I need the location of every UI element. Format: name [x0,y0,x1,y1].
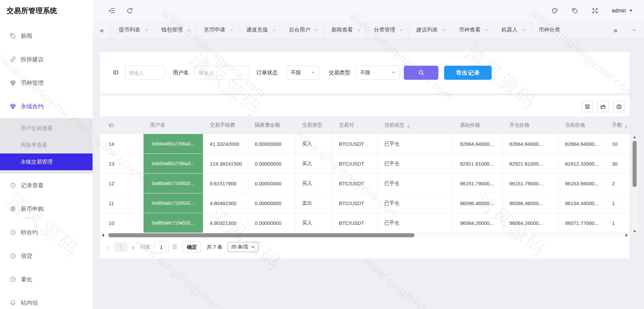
next-page-button[interactable]: › [132,243,135,251]
tab-充币申请[interactable]: 充币申请× [197,21,239,39]
cell-ID: 13 [100,154,143,174]
export-records-button[interactable]: 导出记录 [444,66,492,80]
palette-icon[interactable] [551,7,558,14]
table-panel: ID用户名交易手续费隔夜费金额交易类型交易对当前状态原始价格开仓价格当前价格手数… [100,96,630,258]
column-header-label: 手数 [612,122,622,128]
scroll-up-arrow-icon[interactable] [632,135,637,139]
goto-page-input[interactable] [154,241,169,253]
page-size-select[interactable]: 20 条/页 [228,242,258,252]
vertical-scrollbar-thumb[interactable] [633,141,637,187]
user-menu[interactable]: admin [611,8,633,14]
tab-通道充值[interactable]: 通道充值× [239,21,281,39]
tab-新闻查看[interactable]: 新闻查看× [324,21,367,39]
sidebar-item-站内信[interactable]: 站内信 [0,291,93,309]
sidebar-item-量化[interactable]: 量化 [0,267,93,291]
vertical-scrollbar[interactable] [632,135,637,234]
username-badge[interactable]: 0xb94a65c2786a3... [144,134,203,153]
sidebar-item-新闻[interactable]: 新闻 [0,24,93,48]
username-filter-input[interactable] [194,66,250,80]
chevron-down-icon [629,10,633,12]
sidebar-item-label: 站内信 [21,299,38,307]
sidebar-item-永续合约[interactable]: 永续合约 [0,95,93,118]
prev-page-button[interactable]: ‹ [107,243,110,251]
cell-value: 96134.44000... [565,200,599,206]
tab-close-icon[interactable]: × [522,27,525,33]
sort-icon[interactable] [625,125,628,129]
user-name: admin [611,8,626,14]
cell-value: 96096.46000... [509,200,543,206]
tab-币种分类[interactable]: 币种分类 [531,21,566,39]
scroll-right-arrow-icon[interactable] [624,233,629,238]
username-badge[interactable]: 0xd60a8c7104532... [144,174,203,193]
refresh-icon[interactable] [126,7,133,14]
column-header-手数[interactable]: 手数 [605,116,630,134]
order-status-value: 不限 [291,70,301,76]
tabs-scroll-left-button[interactable]: « [93,21,111,39]
sidebar-item-借贷[interactable]: 借贷 [0,244,93,267]
cell-value: 0.00000000 [255,181,281,186]
sidebar-subitem-永续交易管理[interactable]: 永续交易管理 [0,153,93,170]
sort-icon[interactable] [407,125,410,129]
scroll-down-arrow-icon[interactable] [632,229,637,234]
cell-交易类型: 卖出 [295,193,332,213]
tab-close-icon[interactable]: × [442,27,445,33]
cell-username: 0xd60a8c7104532... [143,213,203,233]
username-badge[interactable]: 0xd60a8c7104532... [144,193,203,213]
search-button[interactable] [404,66,438,80]
collapse-menu-icon[interactable] [108,7,115,14]
sidebar-item-投拆建议[interactable]: 投拆建议 [0,48,93,71]
tabs-dropdown-button[interactable] [625,21,644,39]
tab-钱包管理[interactable]: 钱包管理× [154,21,197,39]
export-table-button[interactable] [597,101,609,112]
sidebar-subitem-风险率查看[interactable]: 风险率查看 [0,137,93,153]
tab-close-icon[interactable]: × [358,27,361,33]
tabs-scroll-right-button[interactable]: » [606,21,625,39]
confirm-page-button[interactable]: 确定 [182,241,201,253]
current-page-badge[interactable]: 1 [114,242,127,252]
horizontal-scrollbar-thumb[interactable] [108,233,415,237]
tab-建议列表[interactable]: 建议列表× [409,21,451,39]
tab-close-icon[interactable]: × [272,27,275,33]
cell-value: 卖出 [302,200,312,206]
table-row: 110xd60a8c7104532...4.804823000.00000000… [100,193,630,213]
cell-value: 96151.79000... [509,181,543,186]
tab-后台用户[interactable]: 后台用户× [281,21,324,39]
horizontal-scrollbar[interactable] [100,233,629,238]
tab-close-icon[interactable]: × [230,27,233,33]
cell-value: 96071.77000... [565,220,599,226]
trade-type-select[interactable]: 不限 [356,66,399,80]
id-filter-input[interactable] [124,66,165,80]
column-header-交易对: 交易对 [332,116,377,134]
username-badge[interactable]: 0xb94a65c2786a3... [144,154,203,173]
trades-table: ID用户名交易手续费隔夜费金额交易类型交易对当前状态原始价格开仓价格当前价格手数… [100,116,630,233]
tag-icon [9,33,16,40]
sidebar-subitem-用户交易查看[interactable]: 用户交易查看 [0,120,93,137]
tab-分类管理[interactable]: 分类管理× [367,21,409,39]
sidebar-item-label: 量化 [21,275,32,283]
tag-icon[interactable] [571,7,579,14]
column-header-当前状态[interactable]: 当前状态 [377,116,453,134]
trade-type-filter-label: 交易类型 [329,69,350,76]
order-status-select[interactable]: 不限 [286,66,319,80]
sidebar-item-记录查看[interactable]: 记录查看 [0,174,93,197]
tab-close-icon[interactable]: × [400,27,403,33]
tab-提币列表[interactable]: 提币列表× [111,21,154,39]
print-button[interactable] [613,101,625,112]
tab-close-icon[interactable]: × [145,27,148,33]
sidebar-item-币种管理[interactable]: 币种管理 [0,71,93,95]
fullscreen-icon[interactable] [591,7,599,14]
username-badge[interactable]: 0xd60a8c7104532... [144,213,203,233]
scroll-left-arrow-icon[interactable] [100,233,106,238]
tab-币种查看[interactable]: 币种查看× [451,21,494,39]
tab-机器人[interactable]: 机器人× [494,21,531,39]
sidebar-item-秒合约[interactable]: 秒合约 [0,221,93,244]
tab-close-icon[interactable]: × [485,27,488,33]
app-root: 交易所管理系统 新闻投拆建议币种管理永续合约用户交易查看风险率查看永续交易管理记… [0,0,644,309]
column-settings-button[interactable] [582,101,593,112]
sidebar-item-新币申购[interactable]: 新币申购 [0,197,93,221]
cell-value: 10 [109,220,114,226]
cell-value: 已平仓 [384,200,399,206]
app-title: 交易所管理系统 [0,0,93,21]
tab-close-icon[interactable]: × [187,27,191,33]
tab-close-icon[interactable]: × [315,27,318,33]
